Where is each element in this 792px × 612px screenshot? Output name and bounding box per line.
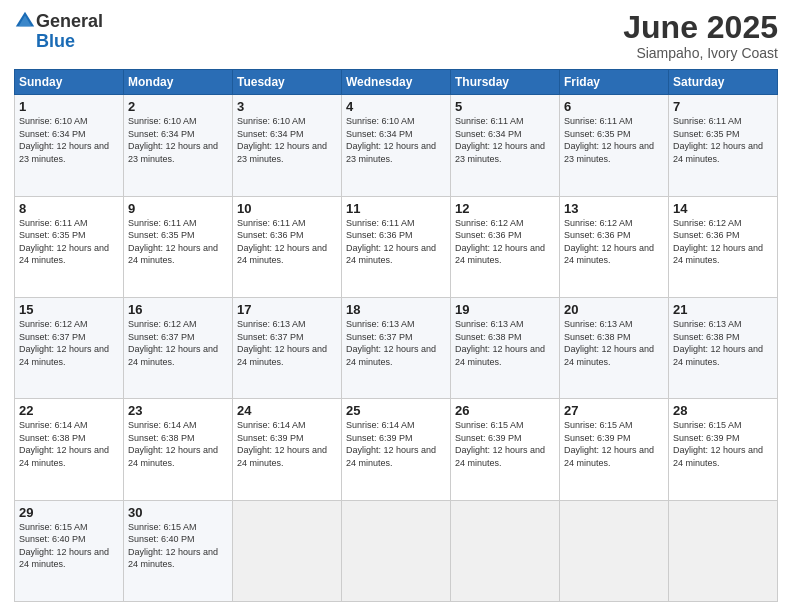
daylight-label: Daylight: 12 hours and 24 minutes. [346,445,436,468]
daylight-label: Daylight: 12 hours and 24 minutes. [19,344,109,367]
daylight-label: Daylight: 12 hours and 23 minutes. [128,141,218,164]
day-number: 4 [346,99,446,114]
sunrise-label: Sunrise: 6:14 AM [128,420,197,430]
day-number: 15 [19,302,119,317]
day-number: 29 [19,505,119,520]
day-number: 13 [564,201,664,216]
calendar-cell: 21 Sunrise: 6:13 AM Sunset: 6:38 PM Dayl… [669,297,778,398]
calendar-cell: 11 Sunrise: 6:11 AM Sunset: 6:36 PM Dayl… [342,196,451,297]
sunset-label: Sunset: 6:36 PM [346,230,413,240]
day-info: Sunrise: 6:13 AM Sunset: 6:38 PM Dayligh… [455,318,555,368]
day-info: Sunrise: 6:11 AM Sunset: 6:35 PM Dayligh… [564,115,664,165]
sunset-label: Sunset: 6:39 PM [564,433,631,443]
day-info: Sunrise: 6:15 AM Sunset: 6:39 PM Dayligh… [673,419,773,469]
day-number: 19 [455,302,555,317]
calendar-cell: 29 Sunrise: 6:15 AM Sunset: 6:40 PM Dayl… [15,500,124,601]
day-info: Sunrise: 6:12 AM Sunset: 6:36 PM Dayligh… [455,217,555,267]
day-number: 11 [346,201,446,216]
sunset-label: Sunset: 6:38 PM [673,332,740,342]
sunrise-label: Sunrise: 6:12 AM [673,218,742,228]
daylight-label: Daylight: 12 hours and 24 minutes. [673,141,763,164]
calendar-cell: 1 Sunrise: 6:10 AM Sunset: 6:34 PM Dayli… [15,95,124,196]
day-info: Sunrise: 6:11 AM Sunset: 6:34 PM Dayligh… [455,115,555,165]
day-info: Sunrise: 6:12 AM Sunset: 6:36 PM Dayligh… [673,217,773,267]
sunset-label: Sunset: 6:38 PM [128,433,195,443]
calendar-table: Sunday Monday Tuesday Wednesday Thursday… [14,69,778,602]
day-info: Sunrise: 6:15 AM Sunset: 6:39 PM Dayligh… [455,419,555,469]
sunset-label: Sunset: 6:35 PM [564,129,631,139]
sunset-label: Sunset: 6:37 PM [19,332,86,342]
calendar-cell: 2 Sunrise: 6:10 AM Sunset: 6:34 PM Dayli… [124,95,233,196]
calendar-cell: 3 Sunrise: 6:10 AM Sunset: 6:34 PM Dayli… [233,95,342,196]
col-monday: Monday [124,70,233,95]
sunrise-label: Sunrise: 6:11 AM [455,116,524,126]
daylight-label: Daylight: 12 hours and 23 minutes. [564,141,654,164]
calendar-cell [669,500,778,601]
sunrise-label: Sunrise: 6:14 AM [19,420,88,430]
calendar-cell: 9 Sunrise: 6:11 AM Sunset: 6:35 PM Dayli… [124,196,233,297]
daylight-label: Daylight: 12 hours and 24 minutes. [673,344,763,367]
sunrise-label: Sunrise: 6:10 AM [128,116,197,126]
calendar-cell [451,500,560,601]
col-saturday: Saturday [669,70,778,95]
day-number: 20 [564,302,664,317]
sunset-label: Sunset: 6:37 PM [128,332,195,342]
sunrise-label: Sunrise: 6:14 AM [237,420,306,430]
day-number: 2 [128,99,228,114]
day-number: 26 [455,403,555,418]
day-info: Sunrise: 6:10 AM Sunset: 6:34 PM Dayligh… [237,115,337,165]
daylight-label: Daylight: 12 hours and 24 minutes. [455,243,545,266]
daylight-label: Daylight: 12 hours and 24 minutes. [564,344,654,367]
sunset-label: Sunset: 6:39 PM [673,433,740,443]
day-number: 25 [346,403,446,418]
calendar-cell: 6 Sunrise: 6:11 AM Sunset: 6:35 PM Dayli… [560,95,669,196]
logo-general: General [36,12,103,30]
calendar-cell: 10 Sunrise: 6:11 AM Sunset: 6:36 PM Dayl… [233,196,342,297]
col-thursday: Thursday [451,70,560,95]
sunset-label: Sunset: 6:36 PM [237,230,304,240]
sunrise-label: Sunrise: 6:12 AM [19,319,88,329]
day-info: Sunrise: 6:11 AM Sunset: 6:35 PM Dayligh… [128,217,228,267]
col-tuesday: Tuesday [233,70,342,95]
sunset-label: Sunset: 6:34 PM [128,129,195,139]
day-number: 7 [673,99,773,114]
calendar-cell: 27 Sunrise: 6:15 AM Sunset: 6:39 PM Dayl… [560,399,669,500]
calendar-week-row: 22 Sunrise: 6:14 AM Sunset: 6:38 PM Dayl… [15,399,778,500]
sunset-label: Sunset: 6:34 PM [19,129,86,139]
sunrise-label: Sunrise: 6:15 AM [673,420,742,430]
daylight-label: Daylight: 12 hours and 24 minutes. [673,445,763,468]
sunset-label: Sunset: 6:40 PM [19,534,86,544]
sunrise-label: Sunrise: 6:11 AM [346,218,415,228]
calendar-cell: 17 Sunrise: 6:13 AM Sunset: 6:37 PM Dayl… [233,297,342,398]
title-block: June 2025 Siampaho, Ivory Coast [623,10,778,61]
day-info: Sunrise: 6:12 AM Sunset: 6:37 PM Dayligh… [19,318,119,368]
day-number: 22 [19,403,119,418]
calendar-week-row: 15 Sunrise: 6:12 AM Sunset: 6:37 PM Dayl… [15,297,778,398]
day-number: 8 [19,201,119,216]
day-number: 21 [673,302,773,317]
sunset-label: Sunset: 6:36 PM [455,230,522,240]
day-info: Sunrise: 6:15 AM Sunset: 6:40 PM Dayligh… [128,521,228,571]
day-number: 24 [237,403,337,418]
sunset-label: Sunset: 6:40 PM [128,534,195,544]
calendar-week-row: 8 Sunrise: 6:11 AM Sunset: 6:35 PM Dayli… [15,196,778,297]
day-number: 23 [128,403,228,418]
day-info: Sunrise: 6:13 AM Sunset: 6:37 PM Dayligh… [237,318,337,368]
calendar-cell [560,500,669,601]
sunrise-label: Sunrise: 6:13 AM [455,319,524,329]
day-info: Sunrise: 6:14 AM Sunset: 6:38 PM Dayligh… [128,419,228,469]
calendar-cell: 4 Sunrise: 6:10 AM Sunset: 6:34 PM Dayli… [342,95,451,196]
day-info: Sunrise: 6:14 AM Sunset: 6:39 PM Dayligh… [237,419,337,469]
col-wednesday: Wednesday [342,70,451,95]
daylight-label: Daylight: 12 hours and 24 minutes. [19,243,109,266]
calendar-week-row: 29 Sunrise: 6:15 AM Sunset: 6:40 PM Dayl… [15,500,778,601]
day-number: 1 [19,99,119,114]
col-sunday: Sunday [15,70,124,95]
daylight-label: Daylight: 12 hours and 24 minutes. [564,445,654,468]
day-number: 5 [455,99,555,114]
logo-blue: Blue [14,32,103,50]
day-number: 9 [128,201,228,216]
sunset-label: Sunset: 6:37 PM [237,332,304,342]
title-month: June 2025 [623,10,778,45]
calendar-cell: 5 Sunrise: 6:11 AM Sunset: 6:34 PM Dayli… [451,95,560,196]
